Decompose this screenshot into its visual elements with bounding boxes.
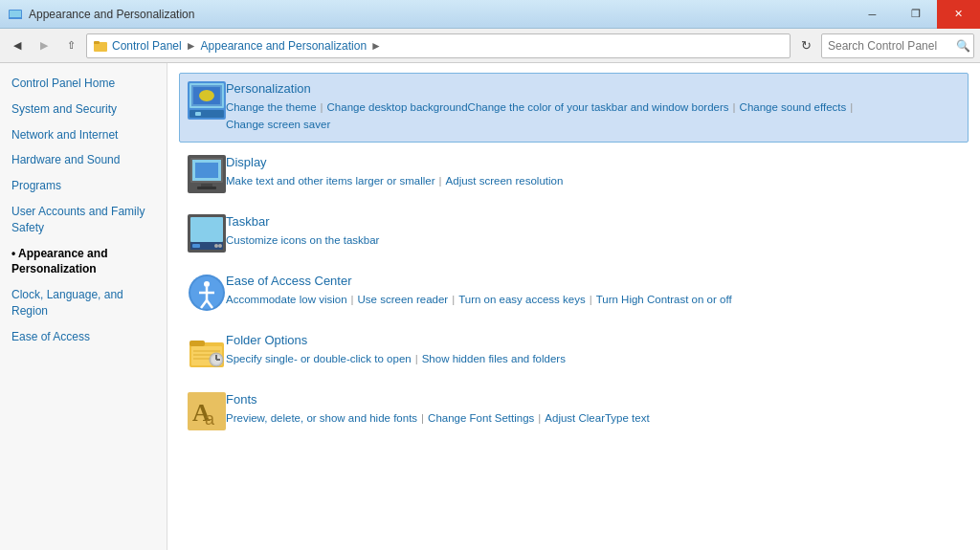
sidebar-item-control-panel-home[interactable]: Control Panel Home bbox=[0, 71, 167, 97]
display-title[interactable]: Display bbox=[226, 155, 563, 169]
svg-rect-32 bbox=[189, 341, 205, 346]
category-display[interactable]: Display Make text and other items larger… bbox=[179, 146, 969, 202]
link-click-to-open[interactable]: Specify single- or double-click to open bbox=[226, 350, 412, 367]
ease-of-access-links: Accommodate low vision | Use screen read… bbox=[226, 291, 732, 308]
sidebar-item-ease-of-access[interactable]: Ease of Access bbox=[0, 324, 167, 350]
sidebar-item-user-accounts[interactable]: User Accounts and Family Safety bbox=[0, 199, 167, 241]
content-area: Personalization Change the theme | Chang… bbox=[167, 63, 980, 550]
svg-rect-10 bbox=[189, 110, 224, 118]
personalization-content: Personalization Change the theme | Chang… bbox=[226, 81, 960, 134]
personalization-icon bbox=[188, 81, 226, 120]
svg-point-9 bbox=[199, 90, 214, 101]
ease-of-access-content: Ease of Access Center Accommodate low vi… bbox=[226, 274, 732, 308]
breadcrumb: Control Panel ► Appearance and Personali… bbox=[86, 33, 791, 58]
link-sound-effects[interactable]: Change sound effects bbox=[740, 99, 847, 116]
svg-point-22 bbox=[218, 244, 222, 248]
search-button[interactable]: 🔍 bbox=[953, 35, 972, 56]
restore-button[interactable]: ❒ bbox=[894, 0, 937, 29]
taskbar-links: Customize icons on the taskbar bbox=[226, 231, 379, 249]
fonts-title[interactable]: Fonts bbox=[226, 392, 650, 407]
svg-rect-34 bbox=[193, 350, 220, 352]
folder-options-title[interactable]: Folder Options bbox=[226, 333, 566, 347]
link-low-vision[interactable]: Accommodate low vision bbox=[226, 291, 347, 308]
svg-rect-16 bbox=[201, 184, 212, 187]
taskbar-content: Taskbar Customize icons on the taskbar bbox=[226, 214, 379, 249]
window-icon bbox=[8, 7, 23, 22]
breadcrumb-appearance[interactable]: Appearance and Personalization bbox=[201, 39, 367, 53]
forward-button[interactable]: ▶ bbox=[33, 34, 56, 57]
category-taskbar[interactable]: Taskbar Customize icons on the taskbar bbox=[179, 206, 969, 261]
sidebar-item-network-internet[interactable]: Network and Internet bbox=[0, 122, 167, 148]
sidebar-item-programs[interactable]: Programs bbox=[0, 173, 167, 199]
svg-rect-17 bbox=[197, 187, 216, 189]
svg-text:a: a bbox=[205, 409, 215, 429]
folder-options-content: Folder Options Specify single- or double… bbox=[226, 333, 566, 367]
category-ease-of-access[interactable]: Ease of Access Center Accommodate low vi… bbox=[179, 265, 969, 320]
svg-rect-21 bbox=[192, 244, 200, 248]
ease-of-access-title[interactable]: Ease of Access Center bbox=[226, 274, 732, 288]
category-fonts[interactable]: A a Fonts Preview, delete, or show and h… bbox=[179, 384, 969, 439]
up-button[interactable]: ⇧ bbox=[59, 34, 82, 57]
link-easy-access-keys[interactable]: Turn on easy access keys bbox=[458, 291, 586, 308]
link-desktop-background[interactable]: Change desktop background bbox=[327, 99, 468, 116]
svg-rect-4 bbox=[94, 41, 100, 44]
folder-options-icon bbox=[188, 333, 226, 371]
svg-point-23 bbox=[214, 244, 218, 248]
link-cleartype[interactable]: Adjust ClearType text bbox=[545, 409, 649, 427]
link-customize-icons[interactable]: Customize icons on the taskbar bbox=[226, 231, 379, 249]
svg-rect-2 bbox=[9, 17, 22, 19]
category-folder-options[interactable]: Folder Options Specify single- or double… bbox=[179, 324, 969, 380]
close-button[interactable]: ✕ bbox=[937, 0, 980, 29]
fonts-content: Fonts Preview, delete, or show and hide … bbox=[226, 392, 650, 427]
window-title: Appearance and Personalization bbox=[29, 8, 194, 21]
minimize-button[interactable]: ─ bbox=[851, 0, 894, 29]
fonts-icon: A a bbox=[188, 392, 226, 430]
link-high-contrast[interactable]: Turn High Contrast on or off bbox=[596, 291, 732, 308]
sidebar-item-clock-language[interactable]: Clock, Language, and Region bbox=[0, 282, 167, 324]
svg-rect-19 bbox=[190, 217, 223, 242]
link-screen-saver[interactable]: Change screen saver bbox=[226, 116, 330, 133]
folder-icon bbox=[93, 38, 108, 54]
display-content: Display Make text and other items larger… bbox=[226, 155, 563, 189]
link-change-theme[interactable]: Change the theme bbox=[226, 99, 317, 116]
back-button[interactable]: ◀ bbox=[6, 34, 29, 57]
link-preview-fonts[interactable]: Preview, delete, or show and hide fonts bbox=[226, 409, 417, 427]
display-links: Make text and other items larger or smal… bbox=[226, 172, 563, 189]
taskbar-title[interactable]: Taskbar bbox=[226, 214, 379, 229]
svg-rect-1 bbox=[10, 11, 21, 17]
sidebar: Control Panel Home System and Security N… bbox=[0, 63, 167, 550]
window-controls: ─ ❒ ✕ bbox=[851, 0, 980, 29]
main-container: Control Panel Home System and Security N… bbox=[0, 63, 980, 550]
personalization-links: Change the theme | Change desktop backgr… bbox=[226, 99, 960, 134]
link-screen-resolution[interactable]: Adjust screen resolution bbox=[446, 172, 564, 189]
search-input[interactable] bbox=[821, 33, 974, 58]
taskbar-icon bbox=[188, 214, 226, 253]
folder-options-links: Specify single- or double-click to open … bbox=[226, 350, 566, 367]
category-personalization[interactable]: Personalization Change the theme | Chang… bbox=[179, 73, 969, 143]
ease-of-access-icon bbox=[188, 274, 226, 312]
sidebar-item-system-security[interactable]: System and Security bbox=[0, 97, 167, 122]
svg-point-26 bbox=[204, 281, 210, 287]
display-icon bbox=[188, 155, 226, 193]
svg-rect-35 bbox=[193, 354, 212, 356]
link-text-size[interactable]: Make text and other items larger or smal… bbox=[226, 172, 435, 189]
link-hidden-files[interactable]: Show hidden files and folders bbox=[422, 350, 566, 367]
sidebar-item-hardware-sound[interactable]: Hardware and Sound bbox=[0, 147, 167, 173]
personalization-title[interactable]: Personalization bbox=[226, 81, 960, 96]
breadcrumb-control-panel[interactable]: Control Panel bbox=[112, 39, 182, 53]
title-bar: Appearance and Personalization ─ ❒ ✕ bbox=[0, 0, 980, 29]
search-wrapper: 🔍 bbox=[821, 33, 974, 58]
fonts-links: Preview, delete, or show and hide fonts … bbox=[226, 409, 650, 427]
svg-rect-11 bbox=[195, 112, 201, 116]
link-screen-reader[interactable]: Use screen reader bbox=[358, 291, 449, 308]
address-bar: ◀ ▶ ⇧ Control Panel ► Appearance and Per… bbox=[0, 29, 980, 63]
link-taskbar-color[interactable]: Change the color of your taskbar and win… bbox=[468, 99, 729, 116]
sidebar-item-appearance[interactable]: Appearance and Personalization bbox=[0, 241, 167, 283]
svg-rect-15 bbox=[195, 163, 218, 178]
refresh-button[interactable]: ↻ bbox=[794, 34, 817, 57]
link-font-settings[interactable]: Change Font Settings bbox=[428, 409, 534, 427]
